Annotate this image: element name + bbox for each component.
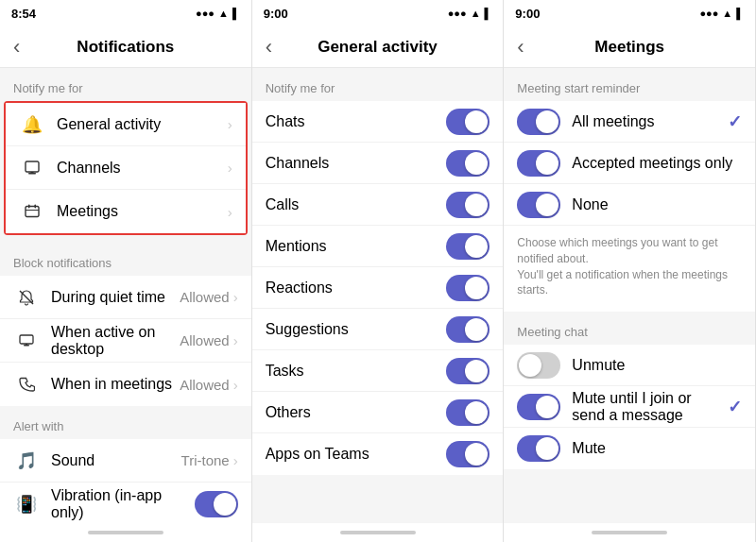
section-header-chat: Meeting chat (504, 312, 755, 345)
toggle-knob (465, 318, 488, 341)
suggestions-toggle[interactable] (446, 316, 490, 343)
chevron-icon: › (233, 377, 238, 393)
list-item-mute-until[interactable]: Mute until I join or send a message ✓ (504, 386, 755, 428)
toggle-knob (465, 443, 488, 466)
none-toggle[interactable] (517, 192, 560, 218)
list-item-none[interactable]: None (504, 184, 755, 226)
status-time-1: 8:54 (11, 7, 36, 21)
list-item-tasks[interactable]: Tasks (252, 350, 504, 392)
signal-icon: ●●● (196, 8, 215, 19)
bell-icon: 🔔 (19, 111, 45, 138)
toggle-knob (465, 360, 488, 382)
accepted-label: Accepted meetings only (572, 155, 742, 172)
meetings-block-value: Allowed (180, 377, 230, 393)
section-header-alert: Alert with (0, 406, 251, 439)
none-label: None (572, 196, 742, 213)
all-meetings-toggle[interactable] (517, 109, 560, 135)
reactions-toggle[interactable] (446, 275, 490, 301)
list-item-apps-on-teams[interactable]: Apps on Teams (252, 433, 504, 475)
mute-until-toggle[interactable] (517, 394, 560, 420)
list-item-chats[interactable]: Chats (252, 101, 504, 143)
list-item-mute[interactable]: Mute (504, 428, 755, 469)
toggle-knob (536, 437, 558, 460)
back-button-1[interactable]: ‹ (13, 35, 20, 59)
list-item-meetings-block[interactable]: When in meetings Allowed › (0, 363, 251, 406)
channels-toggle[interactable] (446, 150, 490, 177)
list-item-accepted-meetings[interactable]: Accepted meetings only (504, 143, 755, 184)
vibration-icon: 📳 (13, 491, 40, 517)
svg-rect-0 (26, 161, 39, 172)
section-header-notify: Notify me for (0, 68, 251, 101)
chats-toggle[interactable] (446, 109, 490, 135)
panel-content-3: Meeting start reminder All meetings ✓ Ac… (504, 68, 755, 523)
mute-toggle[interactable] (517, 435, 560, 462)
panel-content-1: Notify me for 🔔 General activity › Chann… (0, 68, 251, 523)
back-button-2[interactable]: ‹ (266, 35, 272, 59)
sound-icon: 🎵 (13, 448, 40, 474)
list-item-calls[interactable]: Calls (252, 184, 504, 226)
panel-notifications: 8:54 ●●● ▲ ▌ ‹ Notifications Notify me f… (0, 0, 252, 542)
toggle-knob (519, 354, 541, 377)
block-group: During quiet time Allowed › When active … (0, 276, 251, 406)
toggle-knob (536, 110, 558, 133)
mentions-toggle[interactable] (446, 233, 490, 260)
channels-icon (19, 155, 45, 181)
apps-on-teams-label: Apps on Teams (266, 446, 447, 463)
list-item-all-meetings[interactable]: All meetings ✓ (504, 101, 755, 143)
vibration-toggle[interactable] (195, 491, 238, 517)
list-item-general-activity[interactable]: 🔔 General activity › (6, 103, 246, 146)
signal-icon: ●●● (448, 8, 467, 19)
list-item-quiet-time[interactable]: During quiet time Allowed › (0, 276, 251, 319)
general-activity-group: Chats Channels Calls Mentions Reactions … (252, 101, 504, 475)
start-reminder-group: All meetings ✓ Accepted meetings only No… (504, 101, 755, 312)
list-item-channels[interactable]: Channels › (6, 146, 246, 190)
list-item-reactions[interactable]: Reactions (252, 267, 504, 309)
chats-label: Chats (266, 113, 447, 130)
back-button-3[interactable]: ‹ (517, 35, 524, 59)
others-toggle[interactable] (446, 399, 490, 426)
list-item-meetings[interactable]: Meetings › (6, 190, 246, 233)
svg-rect-3 (26, 207, 39, 217)
toggle-knob (536, 194, 558, 216)
home-indicator-1 (0, 523, 251, 542)
toggle-knob (465, 152, 488, 175)
list-item-vibration[interactable]: 📳 Vibration (in-app only) (0, 483, 251, 523)
chevron-icon: › (233, 332, 238, 348)
accepted-toggle[interactable] (517, 150, 560, 177)
status-bar-2: 9:00 ●●● ▲ ▌ (252, 0, 504, 26)
desktop-icon (13, 328, 40, 354)
sound-value: Tri-tone (181, 452, 230, 468)
meeting-chat-group: Unmute Mute until I join or send a messa… (504, 345, 755, 469)
unmute-toggle[interactable] (517, 352, 560, 379)
list-item-suggestions[interactable]: Suggestions (252, 309, 504, 350)
list-item-unmute[interactable]: Unmute (504, 345, 755, 386)
calls-toggle[interactable] (446, 192, 490, 218)
apps-toggle[interactable] (446, 441, 490, 467)
svg-rect-4 (28, 205, 30, 209)
vibration-label: Vibration (in-app only) (51, 487, 195, 521)
list-item-channels2[interactable]: Channels (252, 143, 504, 184)
others-label: Others (266, 404, 447, 421)
wifi-icon: ▲ (471, 8, 481, 19)
svg-rect-6 (26, 210, 39, 211)
svg-rect-9 (24, 345, 29, 347)
channels-label: Channels (57, 160, 228, 177)
list-item-desktop[interactable]: When active on desktop Allowed › (0, 319, 251, 363)
quiet-time-label: During quiet time (51, 289, 180, 306)
list-item-mentions[interactable]: Mentions (252, 226, 504, 267)
list-item-others[interactable]: Others (252, 392, 504, 433)
chevron-icon: › (228, 160, 232, 176)
battery-icon: ▌ (736, 8, 744, 19)
battery-icon: ▌ (232, 8, 240, 19)
wifi-icon: ▲ (218, 8, 229, 19)
tasks-toggle[interactable] (446, 358, 490, 384)
mentions-label: Mentions (266, 238, 447, 255)
list-item-sound[interactable]: 🎵 Sound Tri-tone › (0, 439, 251, 483)
reactions-label: Reactions (266, 279, 447, 296)
description-label: Choose which meetings you want to get no… (517, 229, 742, 304)
toggle-knob (465, 235, 488, 258)
panel-general-activity: 9:00 ●●● ▲ ▌ ‹ General activity Notify m… (252, 0, 505, 542)
quiet-icon (13, 284, 40, 311)
tasks-label: Tasks (266, 363, 447, 380)
home-bar-2 (340, 531, 416, 534)
